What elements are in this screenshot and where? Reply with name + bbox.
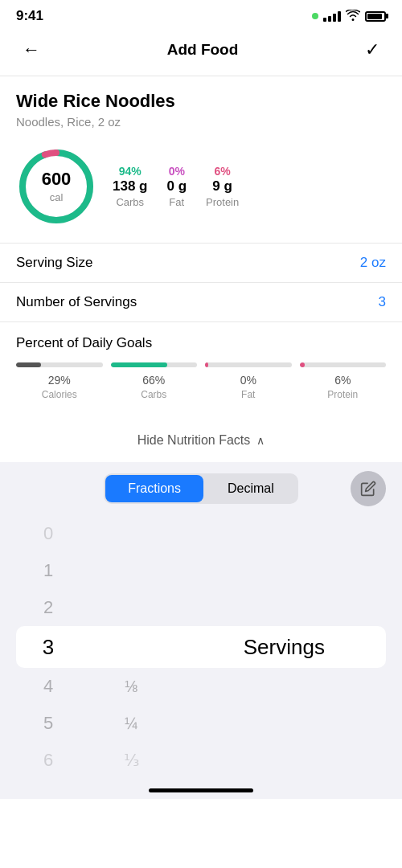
status-time: 9:41 — [16, 8, 43, 24]
hide-nutrition-label: Hide Nutrition Facts — [137, 433, 251, 448]
battery-icon — [365, 11, 386, 22]
picker-num-6: 6 — [16, 750, 80, 771]
carbs-bar-label: 66% Carbs — [111, 374, 198, 401]
protein-pct: 6% — [215, 165, 231, 178]
protein-progress-wrap — [300, 362, 387, 367]
header-title: Add Food — [167, 41, 239, 59]
circle-center: 600 cal — [42, 169, 72, 204]
picker-label-3: Servings — [183, 635, 386, 660]
picker-row-0: 0 — [16, 515, 386, 552]
picker-row-5: 5 ¼ — [16, 705, 386, 742]
fat-bar-name: Fat — [241, 389, 255, 400]
back-button[interactable]: ← — [16, 36, 47, 63]
status-bar: 9:41 — [0, 0, 402, 28]
calories-progress — [16, 362, 41, 367]
macro-protein: 6% 9 g Protein — [206, 164, 239, 209]
check-button[interactable]: ✓ — [359, 36, 386, 63]
protein-bar-label: 6% Protein — [300, 374, 387, 401]
edit-icon-button[interactable] — [351, 471, 386, 506]
battery-fill — [367, 14, 382, 19]
nutrition-section: 600 cal 94% 138 g Carbs 0% 0 g Fat 6% 9 … — [0, 138, 402, 243]
protein-value: 9 g — [206, 178, 239, 194]
picker-frac-4: ⅛ — [80, 678, 183, 696]
decimal-toggle[interactable]: Decimal — [205, 475, 297, 502]
carbs-label: Carbs — [116, 196, 144, 208]
calories-bar-pct: 29% — [16, 374, 103, 387]
picker-num-4: 4 — [16, 676, 80, 697]
servings-label: Number of Servings — [16, 294, 137, 310]
picker-frac-5: ¼ — [80, 714, 183, 733]
picker-row-3-selected: 3 Servings — [16, 626, 386, 668]
protein-bar-pct: 6% — [300, 374, 387, 387]
serving-size-value: 2 oz — [360, 255, 386, 271]
protein-progress — [300, 362, 305, 367]
home-bar — [149, 788, 253, 792]
picker-num-1: 1 — [16, 560, 80, 581]
picker-num-3: 3 — [16, 635, 80, 660]
macro-fat: 0% 0 g Fat — [166, 164, 187, 209]
carbs-progress-wrap — [111, 362, 198, 367]
signal-bars — [323, 11, 341, 22]
carbs-value: 138 g — [113, 178, 147, 194]
picker-row-6: 6 ⅓ — [16, 742, 386, 779]
picker-row-1: 1 — [16, 552, 386, 589]
food-name: Wide Rice Noodles — [16, 91, 386, 112]
home-indicator — [0, 779, 402, 799]
food-info: Wide Rice Noodles Noodles, Rice, 2 oz — [0, 76, 402, 138]
toggle-group: Fractions Decimal — [104, 473, 298, 504]
picker-wheel[interactable]: 0 1 2 3 Servings 4 ⅛ 5 — [0, 515, 402, 779]
picker-num-0: 0 — [16, 523, 80, 544]
fat-bar-label: 0% Fat — [205, 374, 292, 401]
calories-value: 600 — [42, 169, 72, 190]
calories-bar-label: 29% Calories — [16, 374, 103, 401]
daily-goals: Percent of Daily Goals 29% Calories 66% … — [0, 321, 402, 409]
header: ← Add Food ✓ — [0, 28, 402, 76]
fractions-toggle[interactable]: Fractions — [105, 475, 203, 502]
carbs-progress — [111, 362, 168, 367]
picker-num-2: 2 — [16, 597, 80, 618]
calories-progress-wrap — [16, 362, 103, 367]
carbs-bar-pct: 66% — [111, 374, 198, 387]
picker-row-2: 2 — [16, 589, 386, 626]
wifi-icon — [346, 10, 360, 23]
protein-label: Protein — [206, 196, 239, 208]
fat-progress-wrap — [205, 362, 292, 367]
picker-num-5: 5 — [16, 713, 80, 734]
progress-labels: 29% Calories 66% Carbs 0% Fat 6% Protein — [16, 374, 386, 401]
fat-label: Fat — [169, 196, 184, 208]
fat-pct: 0% — [169, 165, 185, 178]
daily-goals-title: Percent of Daily Goals — [16, 335, 386, 351]
macros: 94% 138 g Carbs 0% 0 g Fat 6% 9 g Protei… — [113, 164, 239, 209]
picker-area: Fractions Decimal 0 1 2 — [0, 462, 402, 799]
servings-value: 3 — [379, 294, 386, 310]
carbs-bar-name: Carbs — [141, 389, 166, 400]
fat-bar-pct: 0% — [205, 374, 292, 387]
progress-bars — [16, 362, 386, 367]
macro-carbs: 94% 138 g Carbs — [113, 164, 147, 209]
carbs-pct: 94% — [119, 165, 142, 178]
calories-label: cal — [50, 191, 64, 203]
toggle-row: Fractions Decimal — [0, 462, 402, 515]
serving-size-row[interactable]: Serving Size 2 oz — [0, 243, 402, 282]
serving-size-label: Serving Size — [16, 255, 92, 271]
green-dot — [312, 13, 318, 19]
calories-bar-name: Calories — [42, 389, 77, 400]
picker-row-4: 4 ⅛ — [16, 668, 386, 705]
hide-nutrition-button[interactable]: Hide Nutrition Facts ∧ — [0, 409, 402, 462]
servings-row[interactable]: Number of Servings 3 — [0, 282, 402, 321]
food-description: Noodles, Rice, 2 oz — [16, 115, 386, 129]
calories-circle: 600 cal — [16, 146, 96, 227]
picker-frac-6: ⅓ — [80, 751, 183, 770]
protein-bar-name: Protein — [327, 389, 358, 400]
chevron-up-icon: ∧ — [256, 434, 265, 447]
fat-value: 0 g — [166, 178, 187, 194]
